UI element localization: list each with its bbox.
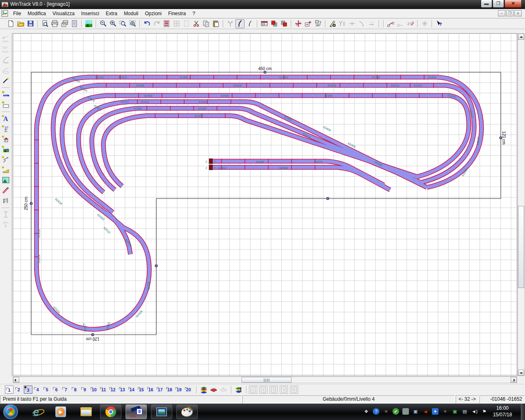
move-element-button[interactable]: [294, 19, 303, 28]
measure-vertical-icon[interactable]: [1, 210, 11, 219]
track-paint-icon[interactable]: [1, 185, 11, 195]
cut-button[interactable]: [192, 19, 201, 28]
image-preview-button[interactable]: [84, 19, 93, 28]
layer-current-red-button[interactable]: [209, 385, 219, 394]
scroll-down-button[interactable]: [518, 370, 524, 376]
new-length-icon[interactable]: ✱400m: [1, 89, 11, 99]
antivirus-shield-tray-icon[interactable]: ✔: [391, 406, 400, 417]
level-button-19[interactable]: 19: [175, 386, 183, 394]
level-button-4[interactable]: 4: [33, 386, 42, 394]
scroll-right-button[interactable]: [511, 377, 517, 383]
view-slot-button-5[interactable]: 5: [290, 386, 298, 394]
level-button-14[interactable]: 14: [128, 386, 136, 394]
volume-tray-icon[interactable]: ◄): [470, 406, 479, 417]
copy-button[interactable]: [201, 19, 210, 28]
media-player-icon[interactable]: ▶: [50, 404, 71, 419]
level-button-8[interactable]: 8: [71, 386, 80, 394]
photo-viewer-icon[interactable]: [151, 404, 172, 419]
help-agent-tray-icon[interactable]: ?: [372, 406, 381, 417]
level-button-10[interactable]: 10: [90, 386, 98, 394]
bug-monitor-tray-icon[interactable]: ✳: [441, 406, 450, 417]
flex-cut-icon[interactable]: FLEX: [1, 34, 11, 44]
muted-horn-tray-icon[interactable]: ◀: [421, 406, 430, 417]
print-button[interactable]: [50, 19, 59, 28]
restore-button[interactable]: ❐: [493, 0, 504, 8]
menu-item-file[interactable]: File: [10, 9, 24, 18]
magic-wand-icon[interactable]: [1, 75, 11, 85]
document-icon[interactable]: [1, 10, 8, 17]
level-button-5[interactable]: 5: [43, 386, 51, 394]
child-minimize-button[interactable]: –: [498, 10, 505, 16]
level-button-20[interactable]: 20: [184, 386, 193, 394]
track-segment[interactable]: [417, 96, 469, 177]
level-button-12[interactable]: 12: [109, 386, 117, 394]
vertical-scroll-thumb[interactable]: [518, 206, 524, 288]
show-desktop-button[interactable]: [521, 404, 525, 420]
rotate-180-button[interactable]: 180°: [313, 19, 322, 28]
curve-arrow-button[interactable]: [357, 19, 366, 28]
child-close-button[interactable]: x: [514, 10, 522, 16]
scroll-up-button[interactable]: [518, 34, 524, 40]
buffer-stop[interactable]: [209, 159, 212, 164]
connect-box-button[interactable]: [396, 19, 405, 28]
file-explorer-icon[interactable]: [75, 404, 97, 419]
delete-pen-button[interactable]: [328, 19, 337, 28]
wintrack-taskbar-icon[interactable]: 8≋≋: [126, 404, 147, 419]
page-list-button[interactable]: [70, 19, 79, 28]
menu-item-extra[interactable]: Extra: [103, 9, 121, 18]
level-button-1[interactable]: 1: [5, 386, 14, 394]
new-building-icon[interactable]: ✱: [1, 134, 11, 144]
title-bar[interactable]: WinTrack V8.0 - [legnago1] ▬ ❐ ✕: [0, 0, 525, 9]
app-icon[interactable]: [2, 1, 8, 8]
layers-arrange-button[interactable]: [234, 385, 244, 394]
split-track-button[interactable]: [338, 19, 347, 28]
zoom-area-button[interactable]: [118, 19, 127, 28]
layers-all-button[interactable]: [199, 385, 209, 394]
view-slot-button-2[interactable]: 2: [259, 386, 267, 394]
level-button-18[interactable]: 18: [165, 386, 174, 394]
level-button-13[interactable]: 13: [118, 386, 127, 394]
display-settings-tray-icon[interactable]: ▣: [411, 406, 420, 417]
close-button[interactable]: ✕: [504, 0, 522, 8]
connect-corner-button[interactable]: [386, 19, 395, 28]
image-object-icon[interactable]: [1, 175, 11, 185]
level-button-9[interactable]: 9: [80, 386, 89, 394]
backup-check-tray-icon[interactable]: ▣: [450, 406, 459, 417]
pest-control-tray-icon[interactable]: ✳: [381, 406, 390, 417]
track-segment[interactable]: [337, 167, 390, 190]
level-button-16[interactable]: 16: [146, 386, 155, 394]
menu-item-opzioni[interactable]: Opzioni: [142, 9, 165, 18]
menu-item-finestra[interactable]: Finestra: [165, 9, 189, 18]
view-slot-button-1[interactable]: 1: [249, 386, 257, 394]
merge-cross-button[interactable]: [420, 19, 429, 28]
zoom-out-button[interactable]: [98, 19, 107, 28]
menu-item-modifica[interactable]: Modifica: [24, 9, 49, 18]
text-tool-icon[interactable]: A✱: [1, 114, 11, 123]
new-terrain-icon[interactable]: ✱: [1, 165, 11, 175]
internet-explorer-icon[interactable]: e: [25, 404, 47, 419]
taskbar-clock[interactable]: 16:00 15/07/18: [488, 405, 517, 418]
flex-track-tool-button[interactable]: [235, 19, 244, 28]
bring-to-front-button[interactable]: [269, 19, 278, 28]
level-button-15[interactable]: 15: [137, 386, 146, 394]
key-manager-tray-icon[interactable]: ✦: [431, 406, 440, 417]
horizontal-scroll-thumb[interactable]: [242, 377, 292, 383]
measure-horizontal-icon[interactable]: 100m: [1, 220, 11, 230]
print-copies-button[interactable]: [60, 19, 69, 28]
horizontal-scrollbar[interactable]: [13, 377, 517, 383]
level-button-7[interactable]: 7: [62, 386, 70, 394]
curve-bed-icon[interactable]: [1, 55, 11, 65]
child-restore-button[interactable]: ❐: [506, 10, 514, 16]
menu-item-moduli[interactable]: Moduli: [121, 9, 142, 18]
level-button-6[interactable]: 6: [52, 386, 61, 394]
minimize-button[interactable]: ▬: [481, 0, 492, 8]
track-bed-icon[interactable]: [1, 65, 11, 75]
save-file-button[interactable]: [26, 19, 35, 28]
chrome-icon[interactable]: [100, 404, 121, 419]
context-help-button[interactable]: ?: [434, 19, 443, 28]
track-plan-canvas[interactable]: 4241042410424064240642406424064240842408…: [13, 33, 517, 376]
layer-single-button[interactable]: [219, 385, 228, 394]
buffer-stop[interactable]: [209, 165, 212, 170]
open-file-button[interactable]: [16, 19, 25, 28]
view-slot-button-3[interactable]: 3: [269, 386, 278, 394]
